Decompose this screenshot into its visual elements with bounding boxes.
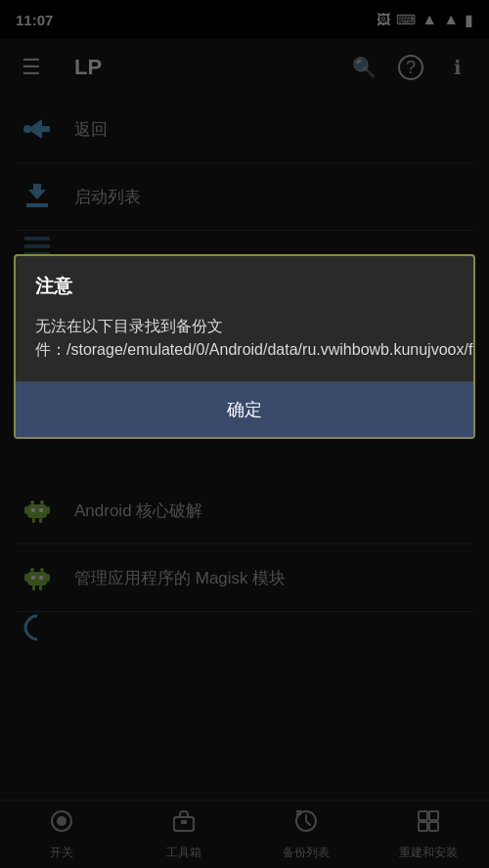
- dialog-confirm-button[interactable]: 确定: [16, 382, 473, 437]
- dialog-message: 无法在以下目录找到备份文件：/storage/emulated/0/Androi…: [16, 309, 473, 381]
- alert-dialog: 注意 无法在以下目录找到备份文件：/storage/emulated/0/And…: [14, 254, 475, 439]
- dialog-title: 注意: [16, 256, 473, 309]
- dialog-button-area: 确定: [16, 381, 473, 437]
